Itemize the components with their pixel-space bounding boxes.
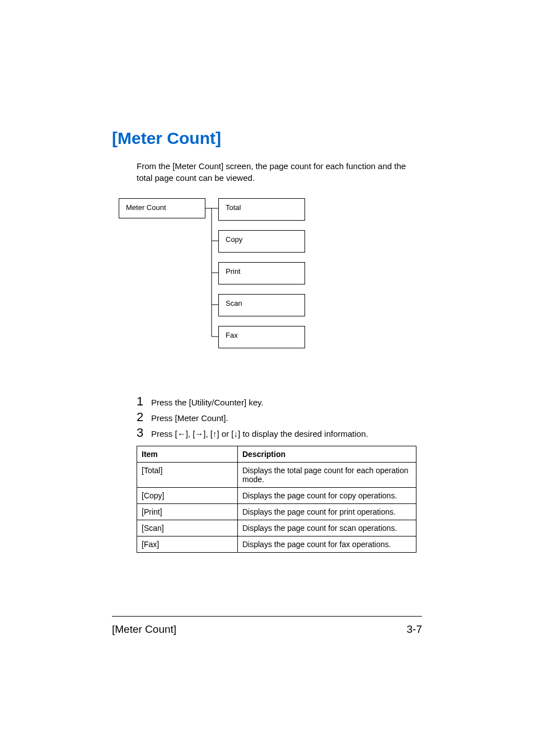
procedure-steps: 1 Press the [Utility/Counter] key. 2 Pre… (137, 394, 422, 440)
step-number: 3 (137, 426, 148, 440)
cell-desc: Displays the page count for fax operatio… (238, 536, 416, 553)
tree-child-fax: Fax (218, 326, 305, 348)
down-arrow-icon: ↓ (234, 429, 238, 438)
footer-page-number: 3-7 (407, 623, 422, 636)
header-item: Item (137, 446, 238, 463)
step-number: 1 (137, 394, 148, 409)
cell-item: [Print] (137, 504, 238, 520)
cell-desc: Displays the page count for scan operati… (238, 520, 416, 536)
cell-item: [Scan] (137, 520, 238, 536)
intro-paragraph: From the [Meter Count] screen, the page … (137, 160, 422, 184)
cell-item: [Copy] (137, 488, 238, 504)
header-description: Description (238, 446, 416, 463)
up-arrow-icon: ↑ (213, 429, 217, 438)
section-heading: [Meter Count] (112, 129, 422, 148)
step-1: 1 Press the [Utility/Counter] key. (137, 394, 422, 409)
step-text: Press [Meter Count]. (151, 413, 228, 423)
right-arrow-icon: → (195, 429, 203, 438)
cell-desc: Displays the total page count for each o… (238, 463, 416, 488)
footer-rule (112, 616, 422, 617)
tree-child-copy: Copy (218, 230, 305, 253)
description-table: Item Description [Total] Displays the to… (137, 446, 416, 553)
tree-child-print: Print (218, 262, 305, 284)
left-arrow-icon: ← (177, 429, 186, 438)
step-text: Press the [Utility/Counter] key. (151, 398, 264, 407)
tree-root-box: Meter Count (119, 198, 205, 218)
tree-child-scan: Scan (218, 294, 305, 316)
step-number: 2 (137, 410, 148, 424)
cell-item: [Total] (137, 463, 238, 488)
cell-item: [Fax] (137, 536, 238, 553)
step-text: Press [←], [→], [↑] or [↓] to display th… (151, 429, 368, 438)
tree-child-total: Total (218, 198, 305, 221)
table-header-row: Item Description (137, 446, 416, 463)
table-row: [Total] Displays the total page count fo… (137, 463, 416, 488)
page-footer: [Meter Count] 3-7 (112, 616, 422, 636)
step-2: 2 Press [Meter Count]. (137, 410, 422, 424)
cell-desc: Displays the page count for print operat… (238, 504, 416, 520)
table-row: [Copy] Displays the page count for copy … (137, 488, 416, 504)
table-row: [Fax] Displays the page count for fax op… (137, 536, 416, 553)
table-row: [Scan] Displays the page count for scan … (137, 520, 416, 536)
menu-tree-diagram: Meter Count Total Copy Print Scan Fax (119, 198, 422, 361)
table-row: [Print] Displays the page count for prin… (137, 504, 416, 520)
cell-desc: Displays the page count for copy operati… (238, 488, 416, 504)
footer-section-title: [Meter Count] (112, 623, 176, 636)
step-3: 3 Press [←], [→], [↑] or [↓] to display … (137, 426, 422, 440)
